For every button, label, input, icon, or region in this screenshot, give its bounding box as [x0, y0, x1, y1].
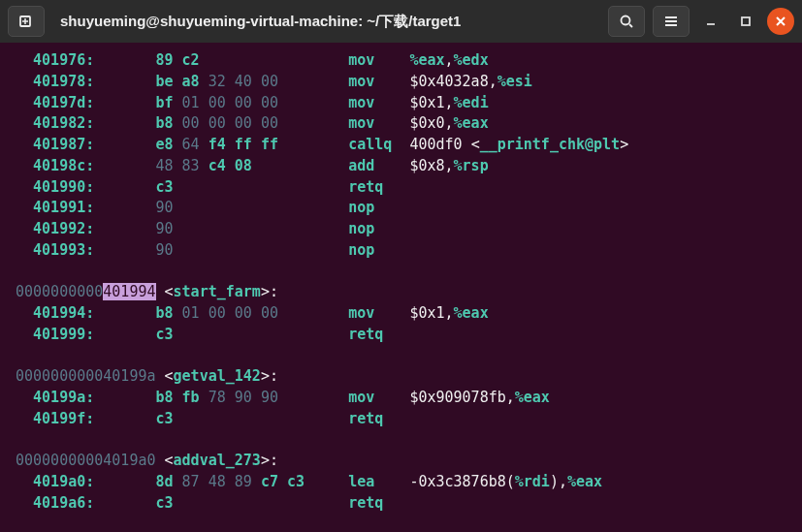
disasm-line: 401978: be a8 32 40 00 mov $0x4032a8,%es…	[16, 72, 786, 93]
disasm-line: 401999: c3 retq	[16, 325, 786, 346]
search-button[interactable]	[608, 6, 645, 37]
minimize-icon	[705, 16, 717, 27]
window-title: shuyueming@shuyueming-virtual-machine: ~…	[52, 13, 600, 31]
disasm-line: 401976: 89 c2 mov %eax,%edx	[16, 50, 786, 72]
blank-line	[16, 515, 786, 533]
disasm-line: 40199f: c3 retq	[16, 409, 786, 430]
new-tab-button[interactable]	[8, 6, 45, 37]
disasm-line: 401991: 90 nop	[16, 198, 786, 219]
menu-button[interactable]	[653, 6, 690, 37]
disasm-line: 401993: 90 nop	[16, 240, 786, 262]
new-tab-icon	[18, 14, 34, 29]
disasm-section-header: 00000000004019a0 <addval_273>:	[16, 451, 786, 472]
disasm-line: 40199a: b8 fb 78 90 90 mov $0x909078fb,%…	[16, 388, 786, 409]
titlebar: shuyueming@shuyueming-virtual-machine: ~…	[0, 0, 802, 43]
disasm-line: 40198c: 48 83 c4 08 add $0x8,%rsp	[16, 156, 786, 177]
disasm-line: 4019a0: 8d 87 48 89 c7 c3 lea -0x3c3876b…	[16, 472, 786, 493]
disasm-section-header: 0000000000401994 <start_farm>:	[16, 282, 786, 303]
disasm-line: 401992: 90 nop	[16, 219, 786, 240]
minimize-button[interactable]	[697, 8, 724, 35]
disasm-line: 40197d: bf 01 00 00 00 mov $0x1,%edi	[16, 93, 786, 114]
disasm-line: 4019a6: c3 retq	[16, 493, 786, 515]
disasm-line: 401987: e8 64 f4 ff ff callq 400df0 <__p…	[16, 135, 786, 156]
disasm-line: 401990: c3 retq	[16, 177, 786, 199]
close-button[interactable]	[767, 8, 794, 35]
blank-line	[16, 346, 786, 367]
terminal-content[interactable]: 401976: 89 c2 mov %eax,%edx 401978: be a…	[0, 43, 802, 532]
disasm-line: 401994: b8 01 00 00 00 mov $0x1,%eax	[16, 303, 786, 325]
blank-line	[16, 430, 786, 452]
maximize-button[interactable]	[732, 8, 759, 35]
hamburger-icon	[663, 14, 679, 29]
disasm-section-header: 000000000040199a <getval_142>:	[16, 366, 786, 388]
blank-line	[16, 262, 786, 283]
svg-point-1	[622, 16, 630, 25]
close-icon	[775, 16, 786, 27]
maximize-icon	[740, 16, 752, 27]
svg-rect-2	[742, 17, 750, 25]
disasm-line: 401982: b8 00 00 00 00 mov $0x0,%eax	[16, 113, 786, 135]
search-icon	[619, 14, 634, 29]
